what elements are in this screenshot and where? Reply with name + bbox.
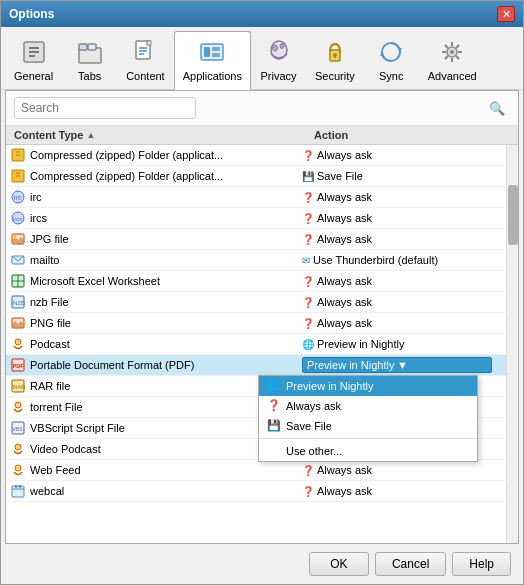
row-action: 🌐 Preview in Nightly [302, 338, 502, 350]
svg-point-46 [14, 236, 17, 239]
table-row[interactable]: Microsoft Excel Worksheet ❓ Always ask [6, 271, 506, 292]
table-row[interactable]: NZB nzb File ❓ Always ask [6, 292, 506, 313]
row-icon: PDF [10, 357, 26, 373]
dropdown-trigger[interactable]: Preview in Nightly ▼ [302, 357, 492, 373]
dropdown-option-other[interactable]: Use other... [259, 441, 477, 461]
search-input[interactable] [14, 97, 196, 119]
toolbar: General Tabs [1, 27, 523, 90]
scrollbar[interactable] [506, 145, 518, 543]
table-row[interactable]: JPG file ❓ Always ask [6, 229, 506, 250]
table-row[interactable]: irc irc ❓ Always ask [6, 187, 506, 208]
option-icon: 🌐 [267, 379, 281, 393]
search-wrapper: 🔍 [14, 97, 510, 119]
dropdown-option-save[interactable]: 💾 Save File [259, 416, 477, 436]
svg-rect-64 [12, 486, 24, 497]
footer: OK Cancel Help [1, 544, 523, 584]
row-icon [10, 462, 26, 478]
row-icon [10, 273, 26, 289]
row-action: ❓ Always ask [302, 149, 502, 161]
table-header: Content Type ▲ Action [6, 126, 518, 145]
row-icon: irc [10, 189, 26, 205]
table-row[interactable]: Web Feed ❓ Always ask [6, 460, 506, 481]
security-label: Security [315, 70, 355, 82]
row-icon [10, 336, 26, 352]
cancel-button[interactable]: Cancel [375, 552, 446, 576]
dropdown-option-preview[interactable]: 🌐 Preview in Nightly [259, 376, 477, 396]
row-action: ❓ Always ask [302, 296, 502, 308]
privacy-label: Privacy [260, 70, 296, 82]
row-content: webcal [30, 485, 302, 497]
advanced-icon [436, 36, 468, 68]
tab-applications[interactable]: Applications [174, 31, 251, 90]
tab-general[interactable]: General [5, 31, 62, 89]
row-content: Podcast [30, 338, 302, 350]
content-icon [129, 36, 161, 68]
row-icon [10, 168, 26, 184]
row-action: ❓ Always ask [302, 485, 502, 497]
row-icon [10, 441, 26, 457]
dropdown-arrow-icon: ▼ [397, 359, 487, 371]
general-icon [18, 36, 50, 68]
ok-button[interactable]: OK [309, 552, 369, 576]
tab-content[interactable]: Content [117, 31, 174, 89]
row-content: Portable Document Format (PDF) [30, 359, 302, 371]
table-row[interactable]: Compressed (zipped) Folder (applicat... … [6, 145, 506, 166]
row-content: PNG file [30, 317, 302, 329]
table-row[interactable]: mailto ✉ Use Thunderbird (default) [6, 250, 506, 271]
row-action: ❓ Always ask [302, 212, 502, 224]
svg-rect-8 [147, 41, 151, 45]
row-action: ❓ Always ask [302, 233, 502, 245]
svg-rect-15 [212, 53, 220, 57]
svg-point-18 [280, 44, 284, 49]
help-button[interactable]: Help [452, 552, 511, 576]
dropdown-menu: 🌐 Preview in Nightly ❓ Always ask 💾 Save… [258, 375, 478, 462]
row-icon [10, 252, 26, 268]
sync-icon [375, 36, 407, 68]
row-content: ircs [30, 212, 302, 224]
content-area: 🔍 Content Type ▲ Action Compressed (zipp… [5, 90, 519, 544]
row-action: 💾 Save File [302, 170, 502, 182]
svg-rect-66 [15, 485, 17, 488]
svg-text:NZB: NZB [13, 300, 25, 306]
security-icon [319, 36, 351, 68]
tab-privacy[interactable]: Privacy [251, 31, 306, 89]
tab-advanced[interactable]: Advanced [419, 31, 486, 89]
header-action[interactable]: Action [314, 129, 514, 141]
svg-rect-14 [212, 47, 220, 51]
dropdown-selected: Preview in Nightly [307, 359, 397, 371]
row-icon: RAR [10, 378, 26, 394]
table-row[interactable]: webcal ❓ Always ask [6, 481, 506, 502]
advanced-label: Advanced [428, 70, 477, 82]
row-icon [10, 315, 26, 331]
header-content-type[interactable]: Content Type ▲ [10, 129, 314, 141]
row-action: ❓ Always ask [302, 464, 502, 476]
tab-sync[interactable]: Sync [364, 31, 419, 89]
svg-point-59 [15, 402, 21, 408]
close-button[interactable]: ✕ [497, 6, 515, 22]
tab-security[interactable]: Security [306, 31, 364, 89]
row-icon: NZB [10, 294, 26, 310]
row-action: ❓ Always ask [302, 275, 502, 287]
row-content: Web Feed [30, 464, 302, 476]
tab-tabs[interactable]: Tabs [62, 31, 117, 89]
table-row[interactable]: ircs ircs ❓ Always ask [6, 208, 506, 229]
row-content: Microsoft Excel Worksheet [30, 275, 302, 287]
table-body: Compressed (zipped) Folder (applicat... … [6, 145, 506, 543]
sort-arrow: ▲ [86, 130, 95, 140]
dropdown-option-always-ask[interactable]: ❓ Always ask [259, 396, 477, 416]
row-action-dropdown: Preview in Nightly ▼ [302, 357, 502, 373]
dropdown-separator [259, 438, 477, 439]
table-row[interactable]: Compressed (zipped) Folder (applicat... … [6, 166, 506, 187]
window-title: Options [9, 7, 54, 21]
svg-point-17 [272, 45, 277, 51]
table-row-pdf[interactable]: PDF Portable Document Format (PDF) Previ… [6, 355, 506, 376]
svg-point-63 [15, 465, 21, 471]
svg-rect-67 [19, 485, 21, 488]
row-action: ❓ Always ask [302, 317, 502, 329]
privacy-icon [263, 36, 295, 68]
applications-label: Applications [183, 70, 242, 82]
row-icon: ircs [10, 210, 26, 226]
table-row[interactable]: Podcast 🌐 Preview in Nightly [6, 334, 506, 355]
table-row[interactable]: PNG file ❓ Always ask [6, 313, 506, 334]
svg-point-26 [450, 50, 454, 54]
